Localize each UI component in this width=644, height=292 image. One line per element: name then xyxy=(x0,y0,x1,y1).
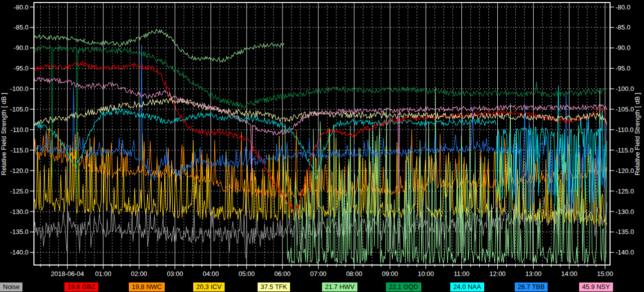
y-tick-label-left: -95.0 xyxy=(13,64,28,72)
x-tick-label: 12:00 xyxy=(489,270,506,278)
x-tick-label: 09:00 xyxy=(382,270,398,278)
legend-chip-tbb: 26.7 TBB xyxy=(515,282,548,292)
y-tick-label-left: -125.0 xyxy=(10,188,28,195)
y-tick-label-right: -110.0 xyxy=(616,126,634,134)
y-tick-label-right: -95.0 xyxy=(616,64,631,72)
y-axis-title-right: Relative Field Strength [ dB ] xyxy=(634,92,641,175)
x-tick-label: 13:00 xyxy=(525,270,542,278)
y-tick-label-right: -130.0 xyxy=(616,208,634,216)
y-tick-label-right: -115.0 xyxy=(616,146,634,154)
y-tick-label-right: -140.0 xyxy=(616,248,634,256)
y-tick-label-right: -85.0 xyxy=(616,24,631,31)
y-tick-label-left: -85.0 xyxy=(13,24,28,31)
y-tick-label-right: -125.0 xyxy=(616,188,634,195)
x-tick-label: 14:00 xyxy=(561,270,578,278)
legend-chip-noise: Noise xyxy=(0,282,22,292)
x-tick-label: 01:00 xyxy=(95,270,112,278)
legend-chip-hwv: 21.7 HWV xyxy=(322,282,357,292)
y-tick-label-left: -120.0 xyxy=(10,167,28,174)
field-strength-chart: -80.0-80.0-85.0-85.0-90.0-90.0-95.0-95.0… xyxy=(0,0,644,282)
y-tick-label-left: -105.0 xyxy=(10,106,28,113)
x-tick-label: 06:00 xyxy=(275,270,291,278)
legend-chip-nwc: 19,8 NWC xyxy=(129,282,165,292)
y-tick-label-left: -130.0 xyxy=(10,208,28,216)
x-tick-label: 04:00 xyxy=(203,270,219,278)
x-tick-label: 10:00 xyxy=(418,270,434,278)
vlf-field-strength-monitor: { "chart": { "y_axis_title_left": "Relat… xyxy=(0,0,644,292)
y-tick-label-right: -135.0 xyxy=(616,228,634,236)
y-tick-label-right: -80.0 xyxy=(616,4,631,11)
x-axis-date-label: 2018-06-04 xyxy=(51,270,84,278)
x-tick-label: 08:00 xyxy=(346,270,362,278)
y-tick-label-left: -140.0 xyxy=(10,248,28,256)
y-tick-label-left: -115.0 xyxy=(10,146,28,154)
y-tick-label-left: -110.0 xyxy=(10,126,28,134)
x-tick-label: 02:00 xyxy=(131,270,147,278)
x-tick-label: 11:00 xyxy=(454,270,470,278)
y-tick-label-left: -90.0 xyxy=(13,44,28,52)
y-tick-label-left: -135.0 xyxy=(10,228,28,236)
legend-chip-gbz: 19.6 GBZ xyxy=(64,282,98,292)
y-tick-label-right: -120.0 xyxy=(616,167,634,174)
y-tick-label-right: -90.0 xyxy=(616,44,631,52)
x-tick-label: 03:00 xyxy=(167,270,183,278)
legend-bar: Noise19.6 GBZ19,8 NWC20,3 ICV37.5 TFK21.… xyxy=(0,282,644,292)
legend-chip-nsy: 45.9 NSY xyxy=(579,282,613,292)
legend-chip-naa: 24,0 NAA xyxy=(450,282,484,292)
y-tick-label-left: -100.0 xyxy=(10,85,28,92)
y-tick-label-right: -105.0 xyxy=(616,106,634,113)
y-axis-title-left: Relative Field Strength [ dB ] xyxy=(0,92,7,175)
x-tick-label: 07:00 xyxy=(310,270,326,278)
y-tick-label-right: -100.0 xyxy=(616,85,634,92)
x-tick-label: 05:00 xyxy=(239,270,255,278)
legend-chip-gqd: 22,1 GQD xyxy=(386,282,421,292)
y-tick-label-left: -80.0 xyxy=(13,4,28,11)
legend-chip-icv: 20,3 ICV xyxy=(193,282,225,292)
x-tick-label: 15:00 xyxy=(597,270,614,278)
legend-chip-tfk: 37.5 TFK xyxy=(258,282,290,292)
